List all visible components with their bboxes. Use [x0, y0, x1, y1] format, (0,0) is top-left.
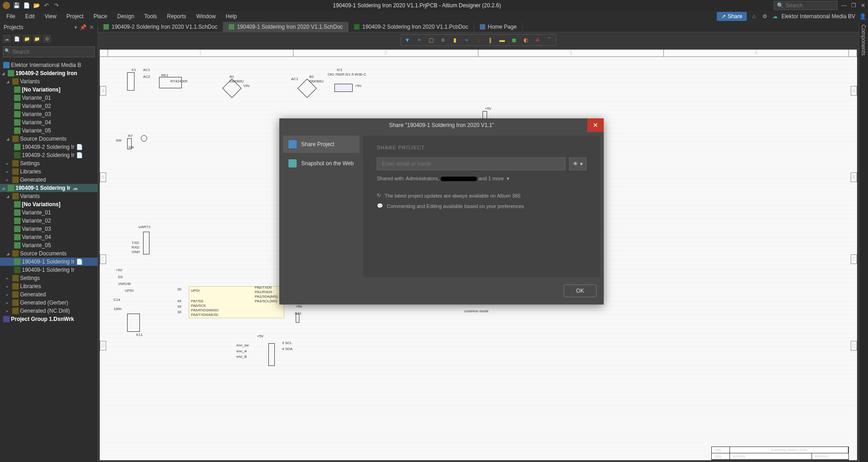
variant-node[interactable]: Variante_03 — [0, 225, 98, 233]
home-icon[interactable]: ⌂ — [750, 13, 758, 20]
ok-button[interactable]: OK — [564, 284, 596, 297]
save-icon[interactable]: 💾 — [13, 2, 20, 9]
no-variations-node[interactable]: [No Variations] — [0, 86, 98, 94]
tree-label: Variants — [20, 193, 40, 199]
folder-icon — [12, 250, 19, 257]
save-all-icon[interactable]: 📄 — [23, 2, 30, 9]
folder-node[interactable]: ▸Settings — [0, 274, 98, 282]
panel-pin-icon[interactable]: 📌 — [80, 24, 87, 30]
menu-edit[interactable]: Edit — [21, 12, 39, 21]
project-group-node[interactable]: Project Group 1.DsnWrk — [0, 315, 98, 323]
menu-file[interactable]: File — [2, 12, 20, 21]
maximize-icon[interactable]: ❐ — [851, 2, 856, 9]
header-symbol — [143, 232, 149, 254]
folder-node[interactable]: ▸Libraries — [0, 282, 98, 290]
folder-node[interactable]: ▸Generated (Gerber) — [0, 299, 98, 307]
folder-node[interactable]: ▸Libraries — [0, 168, 98, 176]
share-project-option[interactable]: Share Project — [283, 136, 360, 153]
folder-icon — [12, 160, 19, 167]
document-node[interactable]: 190409-2 Soldering Ir📄 — [0, 151, 98, 159]
settings-icon[interactable]: ⚙ — [43, 35, 51, 43]
menu-reports[interactable]: Reports — [163, 12, 191, 21]
menu-project[interactable]: Project — [62, 12, 88, 21]
pin-number: 39 — [177, 305, 181, 309]
variants-folder[interactable]: ◢Variants — [0, 192, 98, 200]
variant-node[interactable]: Variante_01 — [0, 94, 98, 102]
doc-tab[interactable]: 190409-1 Soldering Iron 2020 V1.1.SchDoc — [223, 22, 349, 32]
share-email-input[interactable] — [377, 157, 565, 170]
panel-close-icon[interactable]: ✕ — [89, 24, 94, 30]
folder-icon[interactable]: 📁 — [23, 35, 31, 43]
source-docs-folder[interactable]: ◢Source Documents — [0, 249, 98, 258]
doc-tab[interactable]: 190409-2 Soldering Iron 2020 V1.1.SchDoc — [98, 22, 223, 32]
folder-node[interactable]: ▸Generated (NC Drill) — [0, 307, 98, 315]
share-button[interactable]: ↗ Share — [717, 12, 747, 21]
dialog-close-button[interactable]: ✕ — [587, 118, 604, 132]
variant-node[interactable]: Variante_04 — [0, 118, 98, 127]
snapshot-option[interactable]: Snapshot on the Web — [283, 155, 360, 172]
projects-search-input[interactable] — [3, 46, 95, 57]
variant-node[interactable]: Variante_05 — [0, 241, 98, 249]
wave-icon[interactable]: ≈ — [461, 36, 472, 45]
visibility-dropdown[interactable]: 👁 ▾ — [569, 157, 586, 170]
user-avatar-icon[interactable]: 👤 — [859, 13, 866, 20]
menu-design[interactable]: Design — [113, 12, 139, 21]
text-icon[interactable]: A — [532, 36, 543, 45]
variant-node[interactable]: Variante_05 — [0, 127, 98, 135]
workspace-node[interactable]: Elektor International Media B — [0, 61, 98, 69]
document-node[interactable]: 190409-1 Soldering Ir — [0, 266, 98, 274]
menu-window[interactable]: Window — [192, 12, 221, 21]
ruler-cell: 3 — [478, 50, 664, 56]
menu-place[interactable]: Place — [89, 12, 112, 21]
folder-node[interactable]: ▸Generated — [0, 176, 98, 184]
arc-icon[interactable]: ⌒ — [544, 36, 555, 45]
green-dot-icon[interactable]: ◼ — [508, 36, 519, 45]
project-node[interactable]: ◢ 190409-1 Soldering Ir ☁ — [0, 184, 98, 192]
filter-icon[interactable]: ▼ — [402, 36, 413, 45]
refresh-icon[interactable]: 📄 — [13, 35, 21, 43]
doc-tab[interactable]: Home Page — [474, 22, 523, 32]
source-docs-folder[interactable]: ◢Source Documents — [0, 135, 98, 143]
search-icon: 🔍 — [777, 2, 784, 9]
variant-node[interactable]: Variante_02 — [0, 102, 98, 110]
folder-node[interactable]: ▸Generated — [0, 290, 98, 299]
bars-icon[interactable]: ‖ — [485, 36, 496, 45]
variants-folder[interactable]: ◢ Variants — [0, 77, 98, 86]
align-icon[interactable]: ≡ — [437, 36, 448, 45]
close-window-icon[interactable]: ✕ — [861, 2, 865, 9]
down-arrow-icon[interactable]: ↓ — [473, 36, 484, 45]
undo-icon[interactable]: ↶ — [43, 2, 50, 9]
pin-label: 4 SDA — [282, 347, 293, 351]
minimize-icon[interactable]: — — [841, 2, 847, 9]
menu-view[interactable]: View — [40, 12, 61, 21]
connect-icon[interactable]: ☁ — [3, 35, 11, 43]
panel-dropdown-icon[interactable]: ▾ — [74, 24, 77, 30]
plus-icon[interactable]: + — [414, 36, 425, 45]
components-panel-tab[interactable]: Components — [859, 22, 868, 58]
rect-icon[interactable]: ▢ — [426, 36, 437, 45]
chevron-down-icon[interactable]: ▾ — [507, 176, 509, 181]
folder2-icon[interactable]: 📁 — [33, 35, 41, 43]
global-search[interactable]: 🔍 — [774, 1, 837, 10]
menu-tools[interactable]: Tools — [140, 12, 162, 21]
variant-node[interactable]: Variante_01 — [0, 208, 98, 217]
open-folder-icon[interactable]: 📂 — [33, 2, 40, 9]
share-project-icon — [288, 140, 297, 148]
variant-node[interactable]: Variante_02 — [0, 217, 98, 225]
gear-icon[interactable]: ⚙ — [761, 13, 769, 20]
document-node[interactable]: 190409-2 Soldering Ir📄 — [0, 143, 98, 151]
redo-icon[interactable]: ↷ — [53, 2, 60, 9]
project-node[interactable]: ◢ 190409-2 Soldering Iron — [0, 69, 98, 77]
variant-node[interactable]: Variante_04 — [0, 233, 98, 241]
workspace-name[interactable]: Elektor International Media BV — [781, 13, 855, 20]
yellow-block-icon[interactable]: ▬ — [497, 36, 508, 45]
doc-tab[interactable]: 190409-2 Soldering Iron 2020 V1.1.PcbDoc — [349, 22, 474, 32]
menu-help[interactable]: Help — [221, 12, 241, 21]
no-variations-node[interactable]: [No Variations] — [0, 200, 98, 208]
yellow-bar-icon[interactable]: ▮ — [449, 36, 460, 45]
orange-icon[interactable]: ◐ — [520, 36, 531, 45]
document-node[interactable]: 190409-1 Soldering Ir📄 — [0, 258, 98, 266]
folder-node[interactable]: ▸Settings — [0, 159, 98, 168]
variant-node[interactable]: Variante_03 — [0, 110, 98, 118]
global-search-input[interactable] — [786, 2, 834, 9]
